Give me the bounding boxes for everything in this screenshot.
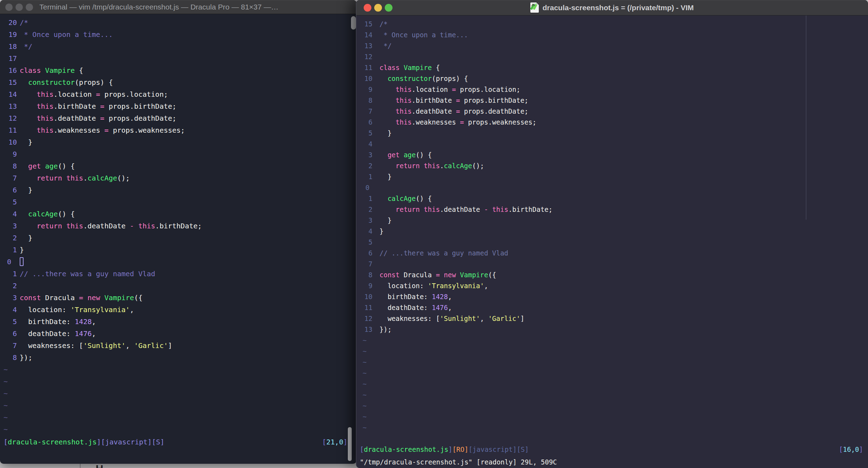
code-line[interactable]: 10 birthDate: 1428,	[356, 291, 868, 302]
scrollbar-track[interactable]	[806, 15, 806, 220]
terminal-titlebar[interactable]: Terminal — vim /tmp/dracula-screenshot.j…	[0, 0, 357, 14]
code-line[interactable]: 7 return this.calcAge();	[0, 172, 357, 184]
code-text: deathDate: 1476,	[379, 304, 452, 311]
tilde-row: ~	[356, 379, 868, 390]
code-line[interactable]: 7	[356, 259, 868, 270]
code-line[interactable]: 14 * Once upon a time...	[356, 30, 868, 40]
code-line[interactable]: 18 */	[0, 40, 357, 52]
code-line[interactable]: 6 this.weaknesses = props.weaknesses;	[356, 117, 868, 128]
code-line[interactable]: 2	[0, 280, 357, 292]
code-text: constructor(props) {	[379, 75, 468, 82]
code-line[interactable]: 4	[356, 139, 868, 150]
scrollbar-thumb[interactable]	[348, 427, 352, 461]
code-text: calcAge() {	[20, 210, 75, 218]
line-number: 5	[356, 237, 372, 248]
line-number: 3	[356, 215, 372, 226]
line-number: 0	[0, 256, 17, 268]
code-line[interactable]: 5 }	[356, 128, 868, 139]
line-number: 19	[0, 29, 17, 40]
code-line[interactable]: 1 }	[356, 171, 868, 182]
code-line[interactable]: 7 weaknesses: ['Sunlight', 'Garlic']	[0, 340, 357, 352]
code-line[interactable]: 8 this.birthDate = props.birthDate;	[356, 95, 868, 106]
code-line[interactable]: 1 calcAge() {	[356, 193, 868, 204]
code-line[interactable]: 16class Vampire {	[0, 64, 357, 76]
code-line[interactable]: 0	[356, 182, 868, 193]
line-number: 10	[0, 136, 17, 148]
code-text: // ...there was a guy named Vlad	[20, 270, 155, 278]
code-line[interactable]: 20/*	[0, 17, 357, 29]
code-line[interactable]: 1}	[0, 244, 357, 256]
code-line[interactable]: 0	[0, 256, 357, 268]
minimize-button[interactable]	[15, 4, 23, 11]
code-line[interactable]: 9 this.location = props.location;	[356, 84, 868, 95]
code-line[interactable]: 1// ...there was a guy named Vlad	[0, 268, 357, 280]
code-line[interactable]: 12 this.deathDate = props.deathDate;	[0, 112, 357, 124]
code-line[interactable]: 11 deathDate: 1476,	[356, 302, 868, 313]
code-line[interactable]: 3 }	[356, 215, 868, 226]
code-text: get age() {	[379, 151, 432, 159]
code-text: return this.deathDate - this.birthDate;	[20, 222, 202, 230]
code-line[interactable]: 11 this.weaknesses = props.weaknesses;	[0, 124, 357, 136]
code-line[interactable]: 19 * Once upon a time...	[0, 29, 357, 40]
code-line[interactable]: 4 calcAge() {	[0, 208, 357, 220]
code-line[interactable]: 5	[0, 196, 357, 208]
window-title: JSdracula-screenshot.js = (/private/tmp)…	[356, 0, 868, 15]
code-line[interactable]: 3 get age() {	[356, 150, 868, 160]
code-line[interactable]: 13 this.birthDate = props.birthDate;	[0, 100, 357, 112]
vim-buffer[interactable]: 15/*14 * Once upon a time...13 */1211cla…	[356, 16, 868, 468]
zoom-button[interactable]	[26, 4, 33, 11]
code-line[interactable]: 4 location: 'Transylvania',	[0, 304, 357, 316]
code-line[interactable]: 8 get age() {	[0, 160, 357, 172]
code-text: this.weaknesses = props.weaknesses;	[379, 118, 536, 126]
line-number: 3	[356, 150, 372, 160]
macvim-titlebar[interactable]: JSdracula-screenshot.js = (/private/tmp)…	[356, 0, 868, 15]
code-text: return this.calcAge();	[20, 174, 130, 182]
code-line[interactable]: 15 constructor(props) {	[0, 76, 357, 88]
code-line[interactable]: 3 return this.deathDate - this.birthDate…	[0, 220, 357, 232]
code-line[interactable]: 14 this.location = props.location;	[0, 88, 357, 100]
code-line[interactable]: 2 return this.deathDate - this.birthDate…	[356, 204, 868, 215]
code-line[interactable]: 8const Dracula = new Vampire({	[356, 270, 868, 280]
code-line[interactable]: 5 birthDate: 1428,	[0, 316, 357, 328]
line-number: 9	[0, 148, 17, 160]
code-line[interactable]: 6// ...there was a guy named Vlad	[356, 248, 868, 259]
close-button[interactable]	[5, 4, 13, 11]
code-text: this.birthDate = props.birthDate;	[20, 102, 177, 110]
tilde-row: ~	[356, 357, 868, 368]
tilde-row: ~	[356, 346, 868, 357]
code-line[interactable]: 9	[0, 148, 357, 160]
code-line[interactable]: 12	[356, 51, 868, 62]
code-line[interactable]: 5	[356, 237, 868, 248]
tilde-row: ~	[356, 335, 868, 346]
vim-buffer[interactable]: 20/*19 * Once upon a time...18 */1716cla…	[0, 14, 357, 464]
code-line[interactable]: 6 deathDate: 1476,	[0, 328, 357, 340]
line-number: 4	[356, 139, 372, 150]
code-line[interactable]: 3const Dracula = new Vampire({	[0, 292, 357, 304]
vim-block-cursor	[20, 257, 24, 266]
line-number: 8	[0, 352, 17, 363]
line-number: 14	[0, 88, 17, 100]
code-line[interactable]: 13 */	[356, 40, 868, 51]
tilde-row: ~	[356, 390, 868, 400]
line-number: 8	[356, 95, 372, 106]
code-line[interactable]: 2 }	[0, 232, 357, 244]
tilde-row: ~	[356, 368, 868, 379]
code-line[interactable]: 11class Vampire {	[356, 62, 868, 73]
code-line[interactable]: 9 location: 'Transylvania',	[356, 280, 868, 291]
code-line[interactable]: 6 }	[0, 184, 357, 196]
code-line[interactable]: 7 this.deathDate = props.deathDate;	[356, 106, 868, 117]
code-line[interactable]: 4}	[356, 226, 868, 237]
code-line[interactable]: 2 return this.calcAge();	[356, 160, 868, 171]
line-number: 2	[0, 280, 17, 292]
line-number: 7	[0, 172, 17, 184]
code-line[interactable]: 13});	[356, 324, 868, 335]
scrollbar-thumb[interactable]	[351, 16, 356, 30]
code-line[interactable]: 15/*	[356, 19, 868, 30]
code-line[interactable]: 10 }	[0, 136, 357, 148]
code-line[interactable]: 10 constructor(props) {	[356, 73, 868, 84]
code-line[interactable]: 17	[0, 52, 357, 64]
background-partial-text: H	[96, 463, 103, 468]
code-line[interactable]: 8});	[0, 352, 357, 363]
code-line[interactable]: 12 weaknesses: ['Sunlight', 'Garlic']	[356, 313, 868, 324]
vim-statusline: [dracula-screenshot.js][javascript][S]	[4, 438, 165, 446]
